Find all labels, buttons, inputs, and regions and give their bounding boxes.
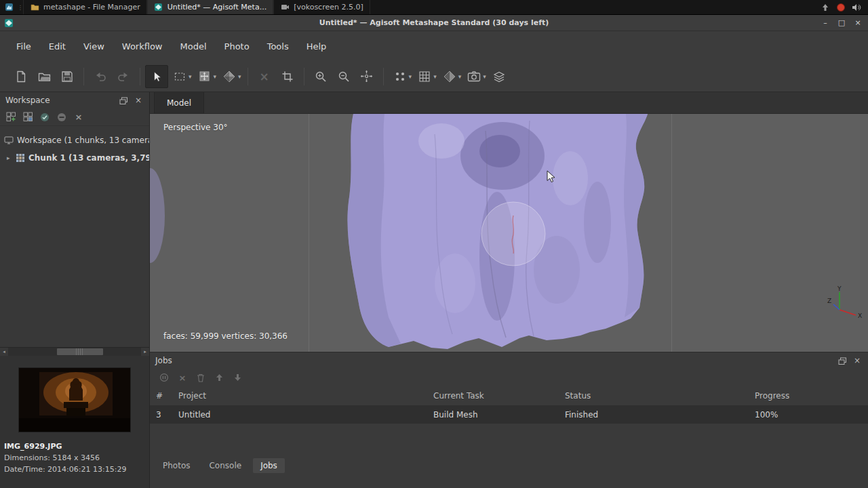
scroll-left-icon[interactable]: ◂ (0, 348, 8, 356)
shading-mode-button[interactable] (438, 65, 461, 88)
taskbar-window-label: Untitled* — Agisoft Meta... (167, 3, 267, 12)
tab-photos[interactable]: Photos (155, 458, 197, 473)
job-number: 3 (150, 410, 178, 420)
layers-icon (492, 70, 506, 83)
chunk-icon (16, 153, 25, 163)
taskbar-window-metashape[interactable]: Untitled* — Agisoft Meta... (147, 0, 273, 14)
open-project-button[interactable] (33, 65, 56, 88)
recording-indicator-icon[interactable] (837, 3, 845, 12)
scrollbar-thumb[interactable] (57, 348, 103, 355)
rotate-object-button[interactable] (218, 65, 241, 88)
tree-item-chunk[interactable]: ▸ Chunk 1 (13 cameras, 3,790 po (0, 149, 149, 167)
rotate-object-dropdown-arrow-icon[interactable]: ▾ (238, 73, 241, 80)
zoom-in-button[interactable] (309, 65, 332, 88)
col-status[interactable]: Status (565, 391, 755, 401)
capture-dropdown-arrow-icon[interactable]: ▾ (483, 73, 486, 80)
workspace-title: Workspace (5, 96, 50, 105)
col-current-task[interactable]: Current Task (433, 391, 565, 401)
scrollbar-track[interactable] (8, 348, 141, 356)
enable-item-icon[interactable] (40, 113, 50, 122)
navigation-tool-button[interactable] (145, 65, 168, 88)
menu-workflow[interactable]: Workflow (114, 38, 171, 55)
remove-item-icon[interactable]: × (74, 113, 83, 122)
document-tabstrip: Model (150, 92, 868, 114)
selection-dropdown-arrow-icon[interactable]: ▾ (189, 73, 192, 80)
move-job-up-icon[interactable] (214, 373, 224, 382)
delete-selection-button[interactable]: × (253, 65, 276, 88)
desktop-app-icon (4, 3, 14, 12)
stereo-layers-button[interactable] (488, 65, 511, 88)
close-panel-icon[interactable]: × (133, 95, 144, 106)
crop-selection-button[interactable] (276, 65, 299, 88)
tab-model[interactable]: Model (154, 92, 204, 113)
workspace-toolbar: × (0, 108, 149, 126)
scroll-right-icon[interactable]: ▸ (141, 348, 149, 356)
move-object-button[interactable] (193, 65, 216, 88)
save-project-button[interactable] (56, 65, 79, 88)
minimize-button[interactable]: – (819, 17, 831, 29)
disable-item-icon[interactable] (57, 113, 66, 122)
redo-button[interactable] (112, 65, 135, 88)
clear-jobs-icon[interactable] (196, 373, 205, 382)
show-grid-dropdown-arrow-icon[interactable]: ▾ (433, 73, 437, 80)
rectangle-selection-button[interactable] (168, 65, 191, 88)
job-row[interactable]: 3 Untitled Build Mesh Finished 100% (150, 405, 868, 424)
cancel-job-icon[interactable]: × (178, 373, 187, 382)
model-viewport[interactable]: Perspective 30° faces: 59,999 vertices: … (150, 114, 868, 352)
move-job-down-icon[interactable] (233, 373, 242, 382)
show-grid-button[interactable] (413, 65, 436, 88)
taskbar-window-label: [vokoscreen 2.5.0] (294, 3, 363, 12)
tree-item-workspace-root[interactable]: Workspace (1 chunks, 13 cameras) (0, 131, 149, 149)
fit-view-button[interactable] (355, 65, 378, 88)
float-panel-icon[interactable] (118, 95, 129, 106)
photo-thumbnail[interactable] (19, 368, 130, 432)
updates-icon[interactable] (821, 3, 830, 12)
workspace-hscrollbar[interactable]: ◂ ▸ (0, 347, 149, 356)
pause-job-icon[interactable] (159, 373, 169, 382)
taskbar-window-file-manager[interactable]: metashape - File Manager (23, 0, 147, 14)
menu-model[interactable]: Model (172, 38, 215, 55)
menu-file[interactable]: File (8, 38, 39, 55)
show-cameras-button[interactable] (389, 65, 412, 88)
maximize-button[interactable]: □ (835, 17, 848, 29)
taskbar-window-vokoscreen[interactable]: [vokoscreen 2.5.0] (273, 0, 370, 14)
undo-icon (94, 70, 106, 83)
capture-view-button[interactable] (462, 65, 486, 88)
volume-icon[interactable] (852, 3, 861, 12)
menu-help[interactable]: Help (298, 38, 335, 55)
cursor-arrow-icon (151, 70, 163, 83)
menu-photo[interactable]: Photo (216, 38, 258, 55)
mesh-model (150, 114, 868, 352)
col-progress[interactable]: Progress (755, 391, 868, 401)
job-project: Untitled (178, 410, 433, 420)
undo-button[interactable] (89, 65, 112, 88)
shading-dropdown-arrow-icon[interactable]: ▾ (458, 73, 462, 80)
tab-jobs[interactable]: Jobs (253, 458, 285, 473)
job-progress: 100% (755, 410, 868, 420)
add-photos-icon[interactable] (23, 113, 33, 122)
workspace-header: Workspace × (0, 92, 149, 108)
window-titlebar[interactable]: Untitled* — Agisoft Metashape Standard (… (0, 15, 868, 31)
menu-edit[interactable]: Edit (41, 38, 74, 55)
fit-view-icon (360, 70, 373, 83)
show-cameras-dropdown-arrow-icon[interactable]: ▾ (409, 73, 412, 80)
add-chunk-icon[interactable] (6, 113, 16, 122)
dock-tabs: Photos Console Jobs (155, 458, 285, 473)
float-panel-icon[interactable] (837, 355, 848, 366)
col-number[interactable]: # (150, 391, 178, 401)
menu-view[interactable]: View (75, 38, 113, 55)
expander-icon[interactable]: ▸ (7, 155, 12, 161)
new-project-button[interactable] (9, 65, 33, 88)
move-object-dropdown-arrow-icon[interactable]: ▾ (214, 73, 217, 80)
zoom-out-icon (338, 70, 350, 83)
zoom-out-button[interactable] (332, 65, 355, 88)
close-button[interactable]: × (852, 17, 864, 29)
col-project[interactable]: Project (178, 391, 433, 401)
photo-datetime: Date/Time: 2014:06:21 13:15:29 (4, 464, 145, 475)
close-panel-icon[interactable]: × (852, 355, 863, 366)
app-launcher[interactable] (0, 0, 18, 14)
tab-console[interactable]: Console (201, 458, 249, 473)
mouse-cursor (547, 170, 556, 184)
toolbar-separator (383, 68, 384, 85)
menu-tools[interactable]: Tools (259, 38, 297, 55)
